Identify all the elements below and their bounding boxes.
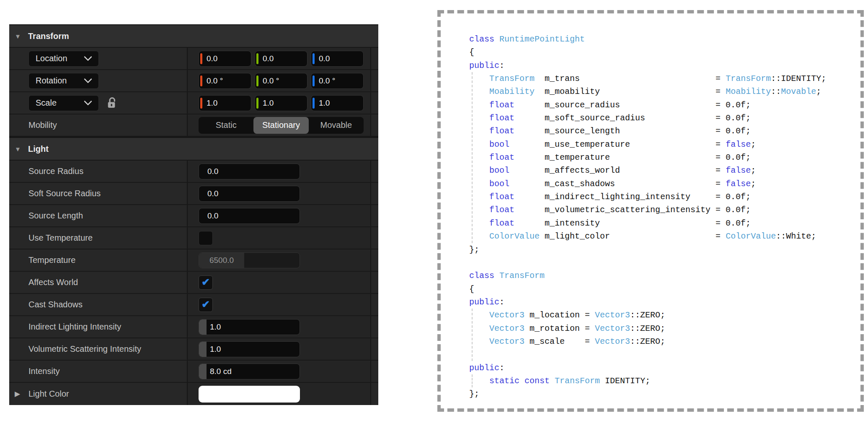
volumetric-scattering-intensity-field[interactable]: 1.0 bbox=[199, 341, 300, 357]
scale-y-field[interactable]: 1.0 bbox=[255, 95, 307, 111]
scale-x-field[interactable]: 1.0 bbox=[199, 95, 251, 111]
light-color-label: Light Color bbox=[28, 389, 69, 399]
rotation-y-field[interactable]: 0.0 ° bbox=[255, 73, 307, 89]
right-strip bbox=[371, 183, 378, 204]
axis-z-bar bbox=[313, 53, 315, 64]
location-y-value: 0.0 bbox=[263, 54, 274, 63]
mobility-option-movable[interactable]: Movable bbox=[309, 117, 364, 134]
location-dropdown[interactable]: Location bbox=[28, 51, 99, 67]
affects-world-row: Affects World ✔ bbox=[9, 272, 378, 294]
right-strip bbox=[371, 249, 378, 271]
cast-shadows-label: Cast Shadows bbox=[28, 300, 83, 309]
mobility-option-stationary[interactable]: Stationary bbox=[253, 117, 308, 134]
transform-section-header[interactable]: ▼ Transform bbox=[9, 25, 378, 48]
code-line: TransForm m_trans = TransForm::IDENTITY; bbox=[469, 72, 856, 85]
right-strip bbox=[371, 205, 378, 226]
intensity-label: Intensity bbox=[28, 366, 59, 376]
slider-grip[interactable] bbox=[199, 320, 207, 335]
mobility-row: Mobility Static Stationary Movable bbox=[9, 114, 378, 137]
right-strip bbox=[371, 316, 378, 338]
code-line: Vector3 m_rotation = Vector3::ZERO; bbox=[469, 322, 856, 335]
location-z-field[interactable]: 0.0 bbox=[311, 51, 364, 67]
source-length-field[interactable]: 0.0 bbox=[199, 208, 300, 224]
chevron-down-icon bbox=[84, 75, 92, 83]
mobility-option-static[interactable]: Static bbox=[199, 117, 253, 134]
source-radius-field[interactable]: 0.0 bbox=[199, 164, 300, 179]
axis-z-bar bbox=[313, 98, 315, 109]
right-strip bbox=[371, 114, 378, 136]
slider-grip[interactable] bbox=[199, 342, 207, 357]
chevron-down-icon bbox=[84, 52, 92, 61]
transform-section-title: Transform bbox=[28, 31, 69, 41]
location-x-value: 0.0 bbox=[207, 54, 217, 63]
scale-dropdown[interactable]: Scale bbox=[28, 95, 99, 111]
code-line: }; bbox=[469, 387, 856, 400]
section-expanded-icon[interactable]: ▼ bbox=[15, 145, 24, 153]
source-radius-value: 0.0 bbox=[207, 167, 218, 176]
axis-x-bar bbox=[200, 98, 202, 109]
code-snippet-panel: class RuntimePointLight{public: TransFor… bbox=[437, 10, 864, 412]
location-y-field[interactable]: 0.0 bbox=[255, 51, 307, 67]
temperature-fill: 6500.0 bbox=[199, 253, 244, 268]
row-collapsed-icon[interactable]: ▶ bbox=[15, 390, 24, 398]
soft-source-radius-field[interactable]: 0.0 bbox=[199, 186, 300, 202]
source-length-value: 0.0 bbox=[207, 211, 218, 221]
location-z-value: 0.0 bbox=[319, 54, 330, 63]
scale-z-value: 1.0 bbox=[319, 99, 330, 108]
rotation-row: Rotation 0.0 ° 0.0 ° 0.0 ° bbox=[9, 70, 378, 92]
code-line: Moability m_moability = Moability::Movab… bbox=[469, 85, 856, 98]
affects-world-checkbox[interactable]: ✔ bbox=[199, 275, 213, 290]
axis-y-bar bbox=[256, 75, 258, 86]
source-length-label: Source Length bbox=[28, 211, 83, 221]
scale-row: Scale 1.0 bbox=[9, 92, 378, 114]
right-strip bbox=[371, 383, 378, 405]
slider-grip[interactable] bbox=[199, 364, 207, 379]
code-line: class RuntimePointLight bbox=[469, 33, 856, 46]
temperature-row: Temperature 6500.0 bbox=[9, 249, 378, 272]
code-line: Vector3 m_location = Vector3::ZERO; bbox=[469, 309, 856, 322]
light-section-header[interactable]: ▼ Light bbox=[9, 138, 378, 161]
right-strip bbox=[371, 272, 378, 293]
code-line: bool m_use_temperature = false; bbox=[469, 138, 856, 151]
rotation-x-field[interactable]: 0.0 ° bbox=[199, 73, 251, 89]
code-line: public: bbox=[469, 296, 856, 309]
light-color-swatch[interactable] bbox=[199, 386, 300, 403]
scale-z-field[interactable]: 1.0 bbox=[311, 95, 364, 111]
use-temperature-checkbox[interactable] bbox=[199, 231, 213, 245]
temperature-value: 6500.0 bbox=[209, 256, 234, 265]
source-radius-label: Source Radius bbox=[28, 166, 83, 176]
right-strip bbox=[371, 48, 378, 69]
right-strip bbox=[371, 227, 378, 249]
right-strip bbox=[371, 294, 378, 315]
code-line: float m_temperature = 0.0f; bbox=[469, 151, 856, 164]
unlock-icon[interactable] bbox=[106, 96, 118, 110]
code-line: ColorValue m_light_color = ColorValue::W… bbox=[469, 230, 856, 243]
code-line: { bbox=[469, 46, 856, 59]
cast-shadows-checkbox[interactable]: ✔ bbox=[199, 298, 213, 312]
temperature-field: 6500.0 bbox=[199, 252, 300, 268]
code-lines: class RuntimePointLight{public: TransFor… bbox=[441, 13, 860, 408]
rotation-z-field[interactable]: 0.0 ° bbox=[311, 73, 364, 89]
axis-y-bar bbox=[256, 98, 258, 109]
code-line: float m_indirect_lighting_intensity = 0.… bbox=[469, 190, 856, 203]
temperature-label: Temperature bbox=[28, 255, 75, 265]
scale-x-value: 1.0 bbox=[207, 99, 217, 108]
rotation-x-value: 0.0 ° bbox=[207, 76, 223, 86]
intensity-value: 8.0 cd bbox=[210, 367, 232, 376]
chevron-down-icon bbox=[84, 97, 92, 105]
rotation-dropdown-label: Rotation bbox=[36, 76, 85, 86]
intensity-field[interactable]: 8.0 cd bbox=[199, 364, 300, 379]
soft-source-radius-row: Soft Source Radius 0.0 bbox=[9, 183, 378, 205]
use-temperature-label: Use Temperature bbox=[28, 233, 93, 243]
indirect-lighting-intensity-field[interactable]: 1.0 bbox=[199, 319, 300, 335]
rotation-dropdown[interactable]: Rotation bbox=[28, 73, 99, 89]
axis-x-bar bbox=[200, 75, 202, 86]
location-x-field[interactable]: 0.0 bbox=[199, 51, 251, 67]
source-radius-row: Source Radius 0.0 bbox=[9, 161, 378, 183]
section-expanded-icon[interactable]: ▼ bbox=[15, 33, 24, 40]
code-line: bool m_affects_world = false; bbox=[469, 164, 856, 177]
code-line: float m_source_radius = 0.0f; bbox=[469, 99, 856, 112]
right-strip bbox=[371, 338, 378, 360]
location-row: Location 0.0 0.0 0.0 bbox=[9, 48, 378, 70]
checkbox-check: ✔ bbox=[202, 277, 210, 287]
